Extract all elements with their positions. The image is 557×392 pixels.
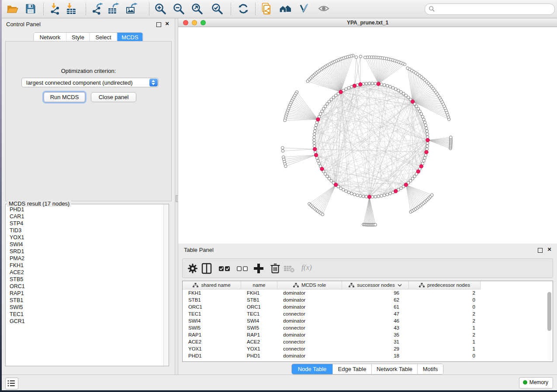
scrollbar-thumb[interactable] [547, 292, 551, 331]
table-cell: ORC1 [241, 303, 277, 310]
mcds-result-item[interactable]: SWI5 [6, 304, 163, 311]
mcds-result-item[interactable]: ORC1 [6, 283, 163, 290]
deselect-all-icon[interactable] [236, 262, 249, 275]
mcds-result-item[interactable]: SWI4 [6, 241, 163, 248]
criterion-value: largest connected component (undirected) [26, 79, 133, 86]
houses-icon[interactable] [279, 3, 291, 15]
tab-mcds[interactable]: MCDS [118, 33, 143, 42]
mcds-result-item[interactable]: STB1 [6, 297, 163, 304]
mcds-result-item[interactable]: YOX1 [6, 234, 163, 241]
column-header-shared-name[interactable]: shared name [183, 281, 241, 289]
table-row[interactable]: RAP1RAP1dominator352 [183, 331, 547, 338]
gear-icon[interactable] [187, 262, 199, 275]
table-row[interactable]: ACE2ACE2connector311 [183, 338, 547, 345]
vertical-splitter[interactable] [175, 18, 178, 375]
export-network-icon[interactable] [91, 3, 104, 15]
table-cell: SWI4 [183, 317, 241, 324]
table-cell: 1 [409, 338, 481, 345]
tab-select[interactable]: Select [90, 33, 118, 42]
mcds-result-item[interactable]: RAP1 [6, 290, 163, 297]
table-cell: 61 [342, 303, 409, 310]
table-row[interactable]: SWI5SWI5connector431 [183, 324, 547, 331]
eye-slash-icon[interactable] [298, 3, 311, 15]
run-mcds-button[interactable]: Run MCDS [44, 92, 85, 102]
import-network-icon[interactable] [49, 3, 62, 15]
zoom-selected-icon[interactable] [211, 3, 223, 15]
table-cell: 2 [409, 310, 481, 317]
table-cell: STB1 [241, 296, 277, 303]
criterion-select[interactable]: largest connected component (undirected) [21, 78, 159, 87]
mcds-result-item[interactable]: TEC1 [6, 311, 163, 318]
close-panel-icon[interactable]: × [547, 245, 551, 253]
mcds-result-list: PHD1CAR1STP4TID3YOX1SWI4SRD1PMA2FKH1ACE2… [6, 206, 163, 366]
table-row[interactable]: TEC1TEC1connector472 [183, 310, 547, 317]
table-row[interactable]: SWI4SWI4dominator462 [183, 317, 547, 324]
table-cell: connector [277, 345, 342, 352]
network-graph[interactable] [178, 27, 557, 244]
table-row[interactable]: PHD1PHD1dominator180 [183, 352, 547, 359]
mcds-result-item[interactable]: STP4 [6, 220, 163, 227]
mcds-result-item[interactable]: TID3 [6, 227, 163, 234]
mcds-result-item[interactable]: ACE2 [6, 269, 163, 276]
mcds-result-title: MCDS result (17 nodes) [7, 200, 71, 207]
zoom-in-icon[interactable] [154, 3, 166, 15]
task-history-button[interactable] [5, 378, 18, 389]
zoom-fit-icon[interactable] [191, 3, 203, 15]
table-cell: SWI5 [183, 324, 241, 331]
table-row[interactable]: YOX1YOX1connector291 [183, 345, 547, 352]
table-cell: FKH1 [183, 289, 241, 296]
table-cell: connector [277, 310, 342, 317]
select-all-icon[interactable] [218, 262, 231, 275]
mcds-result-item[interactable]: PHD1 [6, 206, 163, 213]
memory-button[interactable]: Memory [519, 377, 553, 389]
close-panel-icon[interactable]: × [165, 20, 169, 28]
sort-descending-icon [398, 284, 402, 287]
close-panel-button[interactable]: Close panel [91, 92, 136, 102]
search-box [425, 3, 555, 15]
tree-icon [293, 283, 299, 288]
mcds-result-item[interactable]: SRD1 [6, 248, 163, 255]
tab-network[interactable]: Network [34, 33, 67, 42]
tab-motifs[interactable]: Motifs [418, 364, 443, 374]
refresh-icon[interactable] [237, 3, 249, 15]
table-scrollbar[interactable] [547, 291, 551, 361]
add-column-icon[interactable] [253, 262, 265, 275]
delete-column-icon[interactable] [269, 262, 281, 275]
search-input[interactable] [437, 5, 550, 14]
column-header-successor-nodes[interactable]: successor nodes [342, 281, 409, 289]
mcds-result-item[interactable]: STB5 [6, 276, 163, 283]
table-cell: dominator [277, 331, 342, 338]
table-row[interactable]: STB1STB1dominator620 [183, 296, 547, 303]
table-cell: 35 [342, 331, 409, 338]
result-scrollbar[interactable] [163, 204, 169, 366]
eye-icon[interactable] [318, 3, 330, 15]
column-header-name[interactable]: name [241, 281, 277, 289]
export-table-icon[interactable] [107, 3, 120, 15]
network-document-icon[interactable] [261, 3, 273, 15]
table-cell: 0 [409, 296, 481, 303]
network-window-titlebar[interactable]: YPA_prune.txt_1 [178, 18, 557, 27]
table-row[interactable]: FKH1FKH1dominator962 [183, 289, 547, 296]
split-columns-icon[interactable] [201, 262, 213, 275]
zoom-out-icon[interactable] [173, 3, 185, 15]
column-header-mcds-role[interactable]: MCDS role [277, 281, 342, 289]
mcds-result-item[interactable]: FKH1 [6, 262, 163, 269]
mcds-result-item[interactable]: PMA2 [6, 255, 163, 262]
save-icon[interactable] [24, 3, 37, 15]
mcds-result-item[interactable]: CAR1 [6, 213, 163, 220]
table-row[interactable]: ORC1ORC1dominator610 [183, 303, 547, 310]
mcds-result-item[interactable]: GCR1 [6, 318, 163, 325]
tab-style[interactable]: Style [67, 33, 90, 42]
tab-edge-table[interactable]: Edge Table [333, 364, 372, 374]
table-cell: 0 [409, 352, 481, 359]
export-image-icon[interactable] [126, 3, 138, 15]
main-toolbar [2, 0, 557, 18]
open-icon[interactable] [6, 3, 18, 15]
column-header-predecessor-nodes[interactable]: predecessor nodes [409, 281, 481, 289]
table-panel-title: Table Panel [184, 247, 214, 253]
tab-node-table[interactable]: Node Table [292, 364, 333, 374]
float-window-icon[interactable] [156, 22, 161, 27]
import-table-icon[interactable] [65, 3, 77, 15]
float-window-icon[interactable] [538, 248, 543, 253]
tab-network-table[interactable]: Network Table [372, 364, 418, 374]
